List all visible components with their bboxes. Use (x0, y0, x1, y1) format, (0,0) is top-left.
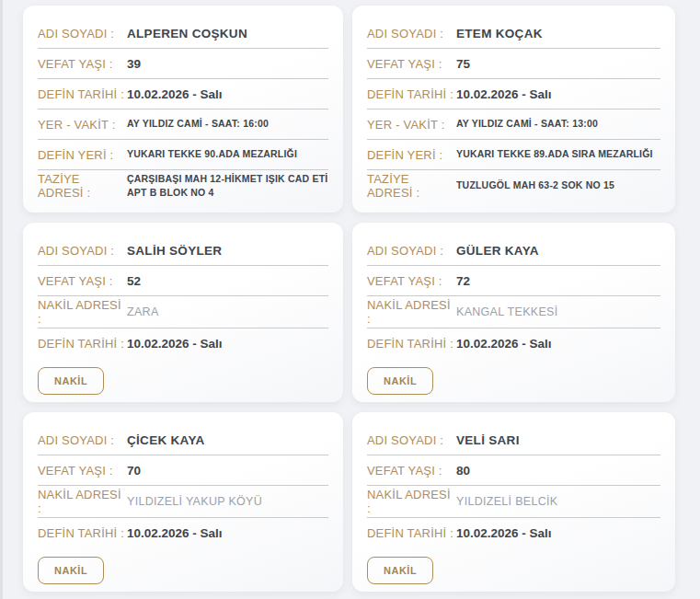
field-value-age: 72 (456, 274, 470, 288)
field-value-burial-date: 10.02.2026 - Salı (456, 337, 552, 351)
nakil-button[interactable]: NAKİL (38, 557, 104, 584)
field-row-transfer-address: NAKİL ADRESİ : ZARA (38, 296, 328, 328)
obituary-card: ADI SOYADI : GÜLER KAYA VEFAT YAŞI : 72 … (352, 223, 675, 402)
field-value-burial-date: 10.02.2026 - Salı (127, 87, 223, 101)
field-row-name: ADI SOYADI : SALİH SÖYLER (38, 236, 328, 266)
obituary-card: ADI SOYADI : ALPEREN COŞKUN VEFAT YAŞI :… (23, 6, 343, 213)
field-row-name: ADI SOYADI : VELİ SARI (367, 425, 660, 455)
field-row-condolence-address: TAZİYE ADRESİ : ÇARŞIBAŞI MAH 12-HİKMET … (38, 170, 328, 202)
field-value-condolence-address: ÇARŞIBAŞI MAH 12-HİKMET IŞIK CAD ETİ APT… (127, 172, 328, 200)
field-value-condolence-address: TUZLUGÖL MAH 63-2 SOK NO 15 (456, 179, 614, 192)
field-value-name: GÜLER KAYA (456, 244, 539, 258)
field-value-place-time: AY YILDIZ CAMİ - SAAT: 13:00 (456, 117, 598, 131)
field-row-name: ADI SOYADI : ALPEREN COŞKUN (38, 18, 328, 49)
field-label: VEFAT YAŞI : (367, 57, 456, 71)
field-label: VEFAT YAŞI : (367, 464, 456, 478)
field-row-condolence-address: TAZİYE ADRESİ : TUZLUGÖL MAH 63-2 SOK NO… (367, 170, 660, 202)
field-label: ADI SOYADI : (367, 244, 456, 258)
field-value-age: 52 (127, 274, 141, 288)
field-label: ADI SOYADI : (38, 244, 127, 258)
nakil-button[interactable]: NAKİL (38, 367, 104, 395)
field-row-burial-date: DEFİN TARİHİ : 10.02.2026 - Salı (367, 79, 660, 109)
field-label: DEFİN TARİHİ : (38, 526, 127, 540)
obituary-card: ADI SOYADI : ETEM KOÇAK VEFAT YAŞI : 75 … (352, 6, 675, 213)
field-value-transfer-address: ZARA (127, 305, 159, 318)
field-value-burial-date: 10.02.2026 - Salı (456, 87, 552, 101)
field-value-burial-place: YUKARI TEKKE 89.ADA SIRA MEZARLIĞI (456, 147, 653, 161)
field-row-burial-date: DEFİN TARİHİ : 10.02.2026 - Salı (38, 328, 328, 359)
field-label: DEFİN TARİHİ : (367, 337, 456, 351)
field-value-age: 39 (127, 57, 141, 71)
field-row-transfer-address: NAKİL ADRESİ : YILDIZELİ BELCİK (367, 486, 660, 518)
field-label: VEFAT YAŞI : (38, 464, 127, 478)
field-label: NAKİL ADRESİ : (367, 488, 456, 515)
obituary-card: ADI SOYADI : VELİ SARI VEFAT YAŞI : 80 N… (352, 412, 675, 592)
field-label: VEFAT YAŞI : (38, 274, 127, 288)
field-value-name: SALİH SÖYLER (127, 244, 222, 258)
field-value-name: VELİ SARI (456, 433, 520, 447)
obituary-card-grid: ADI SOYADI : ALPEREN COŞKUN VEFAT YAŞI :… (3, 0, 700, 592)
field-value-age: 70 (127, 464, 141, 478)
field-label: VEFAT YAŞI : (38, 57, 127, 71)
field-label: ADI SOYADI : (38, 27, 127, 40)
nakil-button[interactable]: NAKİL (367, 367, 433, 395)
field-value-transfer-address: YILDIZELİ YAKUP KÖYÜ (127, 495, 262, 508)
field-label: DEFİN YERİ : (38, 148, 127, 162)
field-row-age: VEFAT YAŞI : 75 (367, 49, 660, 79)
field-value-age: 75 (456, 57, 470, 71)
field-label: DEFİN TARİHİ : (367, 526, 456, 540)
field-row-transfer-address: NAKİL ADRESİ : KANGAL TEKKESİ (367, 296, 660, 328)
field-value-name: ÇİCEK KAYA (127, 433, 205, 447)
field-label: ADI SOYADI : (367, 27, 456, 40)
field-row-age: VEFAT YAŞI : 70 (38, 455, 328, 486)
field-label: DEFİN TARİHİ : (367, 87, 456, 101)
field-row-burial-date: DEFİN TARİHİ : 10.02.2026 - Salı (367, 328, 660, 359)
field-label: NAKİL ADRESİ : (38, 298, 127, 326)
field-value-burial-date: 10.02.2026 - Salı (127, 337, 223, 351)
field-row-name: ADI SOYADI : GÜLER KAYA (367, 236, 660, 266)
field-value-name: ALPEREN COŞKUN (127, 27, 247, 40)
field-label: NAKİL ADRESİ : (38, 488, 127, 515)
field-value-burial-place: YUKARI TEKKE 90.ADA MEZARLIĞI (127, 147, 297, 161)
field-row-place-time: YER - VAKİT : AY YILDIZ CAMİ - SAAT: 13:… (367, 109, 660, 140)
field-row-burial-date: DEFİN TARİHİ : 10.02.2026 - Salı (38, 79, 328, 109)
field-label: NAKİL ADRESİ : (367, 298, 456, 326)
field-label: DEFİN TARİHİ : (38, 87, 127, 101)
field-row-burial-place: DEFİN YERİ : YUKARI TEKKE 90.ADA MEZARLI… (38, 140, 328, 170)
field-row-place-time: YER - VAKİT : AY YILDIZ CAMİ - SAAT: 16:… (38, 109, 328, 140)
field-label: VEFAT YAŞI : (367, 274, 456, 288)
field-label: DEFİN YERİ : (367, 148, 456, 162)
obituary-card: ADI SOYADI : SALİH SÖYLER VEFAT YAŞI : 5… (23, 223, 343, 402)
field-label: TAZİYE ADRESİ : (367, 172, 456, 200)
field-value-age: 80 (456, 464, 470, 478)
field-row-age: VEFAT YAŞI : 80 (367, 455, 660, 486)
nakil-button[interactable]: NAKİL (367, 557, 433, 584)
field-value-transfer-address: KANGAL TEKKESİ (456, 305, 558, 318)
field-row-transfer-address: NAKİL ADRESİ : YILDIZELİ YAKUP KÖYÜ (38, 486, 328, 518)
field-row-burial-date: DEFİN TARİHİ : 10.02.2026 - Salı (38, 518, 328, 548)
field-label: YER - VAKİT : (367, 118, 456, 132)
field-value-place-time: AY YILDIZ CAMİ - SAAT: 16:00 (127, 117, 269, 131)
field-row-burial-date: DEFİN TARİHİ : 10.02.2026 - Salı (367, 518, 660, 548)
field-value-name: ETEM KOÇAK (456, 27, 543, 40)
field-label: ADI SOYADI : (367, 433, 456, 447)
field-label: ADI SOYADI : (38, 433, 127, 447)
field-label: DEFİN TARİHİ : (38, 337, 127, 351)
field-row-age: VEFAT YAŞI : 52 (38, 266, 328, 296)
field-value-burial-date: 10.02.2026 - Salı (456, 526, 552, 540)
field-row-name: ADI SOYADI : ÇİCEK KAYA (38, 425, 328, 455)
field-row-burial-place: DEFİN YERİ : YUKARI TEKKE 89.ADA SIRA ME… (367, 140, 660, 170)
field-row-age: VEFAT YAŞI : 72 (367, 266, 660, 296)
field-label: TAZİYE ADRESİ : (38, 172, 127, 200)
field-value-burial-date: 10.02.2026 - Salı (127, 526, 223, 540)
obituary-card: ADI SOYADI : ÇİCEK KAYA VEFAT YAŞI : 70 … (23, 412, 343, 592)
field-value-transfer-address: YILDIZELİ BELCİK (456, 495, 557, 508)
field-row-age: VEFAT YAŞI : 39 (38, 49, 328, 79)
field-row-name: ADI SOYADI : ETEM KOÇAK (367, 18, 660, 49)
field-label: YER - VAKİT : (38, 118, 127, 132)
